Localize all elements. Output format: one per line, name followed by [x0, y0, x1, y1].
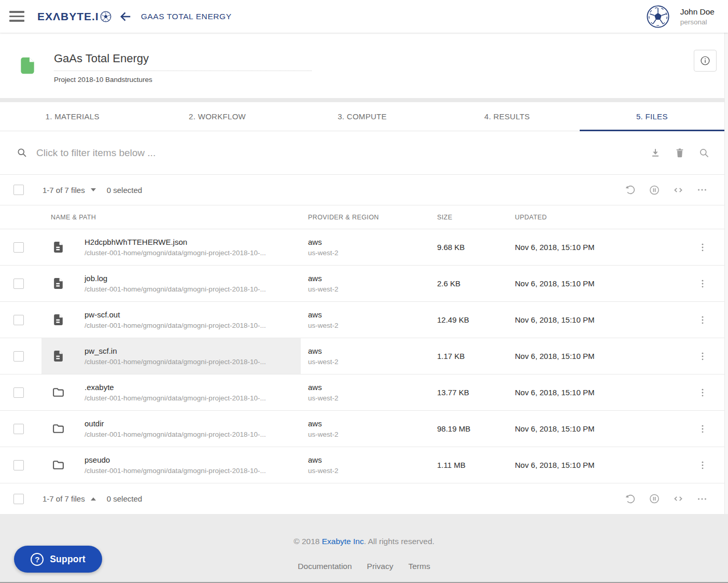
code-brackets-icon	[673, 184, 684, 196]
row-checkbox[interactable]	[13, 279, 24, 289]
row-checkbox[interactable]	[13, 460, 24, 470]
row-checkbox[interactable]	[13, 424, 24, 434]
filter-input[interactable]	[36, 147, 650, 159]
file-path: /cluster-001-home/gmogni/data/gmogni-pro…	[85, 249, 266, 257]
user-name: John Doe	[680, 7, 715, 17]
file-size: 2.6 KB	[430, 266, 508, 301]
scrollbar[interactable]	[724, 33, 728, 514]
divider	[0, 98, 724, 102]
tab-results[interactable]: 4. RESULTS	[435, 102, 579, 131]
more-button[interactable]	[696, 493, 708, 505]
search-icon	[17, 147, 27, 158]
support-button[interactable]: ? Support	[14, 546, 102, 573]
code-view-button[interactable]	[673, 184, 684, 196]
select-all-checkbox[interactable]	[13, 185, 24, 195]
pause-button[interactable]	[649, 493, 660, 505]
back-arrow-icon[interactable]	[119, 10, 132, 23]
tab-compute[interactable]: 3. COMPUTE	[290, 102, 435, 131]
pagination-range[interactable]: 1-7 of 7 files	[43, 186, 85, 195]
file-icon	[52, 313, 65, 326]
brand-logo[interactable]: EXΛBYTE.I	[37, 10, 111, 23]
file-name-cell[interactable]: outdir /cluster-001-home/gmogni/data/gmo…	[41, 411, 301, 447]
more-button[interactable]	[696, 184, 708, 196]
pause-button[interactable]	[649, 184, 660, 196]
job-title[interactable]: GaAs Total Energy	[54, 52, 312, 71]
file-icon	[52, 350, 65, 363]
chevron-down-icon[interactable]	[91, 188, 96, 191]
chevron-up-icon[interactable]	[91, 497, 96, 501]
file-name-cell[interactable]: pseudo /cluster-001-home/gmogni/data/gmo…	[41, 447, 301, 483]
table-row: pw-scf.out /cluster-001-home/gmogni/data…	[0, 302, 724, 338]
download-button[interactable]	[650, 147, 661, 159]
selection-toolbar-bottom: 1-7 of 7 files 0 selected	[0, 483, 724, 514]
row-menu-icon[interactable]	[697, 423, 708, 435]
link-documentation[interactable]: Documentation	[298, 562, 352, 571]
row-menu-icon[interactable]	[697, 314, 708, 326]
avatar[interactable]	[646, 5, 670, 29]
file-updated: Nov 6, 2018, 15:10 PM	[508, 447, 681, 483]
table-row: outdir /cluster-001-home/gmogni/data/gmo…	[0, 411, 724, 447]
page: EXΛBYTE.I GAAS TOTAL ENERGY	[0, 0, 728, 583]
file-name-cell[interactable]: .exabyte /cluster-001-home/gmogni/data/g…	[41, 374, 301, 410]
region: us-west-2	[308, 285, 339, 293]
refresh-button[interactable]	[625, 184, 636, 196]
file-name-cell[interactable]: pw_scf.in /cluster-001-home/gmogni/data/…	[41, 338, 301, 374]
pause-circle-icon	[649, 493, 660, 505]
info-button[interactable]	[694, 50, 717, 72]
selection-toolbar-top: 1-7 of 7 files 0 selected	[0, 175, 724, 205]
file-updated: Nov 6, 2018, 15:10 PM	[508, 411, 681, 447]
filter-bar	[0, 131, 724, 175]
user-menu[interactable]: John Doe personal	[646, 5, 715, 29]
search-icon	[698, 147, 710, 159]
row-checkbox[interactable]	[13, 242, 24, 253]
row-menu-icon[interactable]	[697, 241, 708, 254]
file-name-cell[interactable]: H2dcpbhWhTTEHERWE.json /cluster-001-home…	[41, 229, 301, 265]
table-row: pw_scf.in /cluster-001-home/gmogni/data/…	[0, 338, 724, 374]
file-size: 98.19 MB	[430, 411, 508, 447]
job-file-icon	[18, 52, 37, 79]
undo-icon	[625, 493, 636, 505]
company-link[interactable]: Exabyte Inc	[322, 537, 364, 546]
row-menu-icon[interactable]	[697, 459, 708, 471]
search-button[interactable]	[698, 147, 710, 159]
row-checkbox[interactable]	[13, 351, 24, 362]
file-icon	[52, 277, 65, 290]
row-checkbox[interactable]	[13, 315, 24, 325]
provider: aws	[308, 419, 339, 428]
delete-button[interactable]	[674, 147, 685, 159]
provider: aws	[308, 274, 339, 283]
file-path: /cluster-001-home/gmogni/data/gmogni-pro…	[85, 322, 266, 329]
tab-files[interactable]: 5. FILES	[580, 102, 724, 131]
file-name: pseudo	[85, 455, 266, 464]
table-row: job.log /cluster-001-home/gmogni/data/gm…	[0, 266, 724, 302]
select-all-checkbox[interactable]	[13, 494, 24, 504]
row-menu-icon[interactable]	[697, 277, 708, 290]
file-name-cell[interactable]: job.log /cluster-001-home/gmogni/data/gm…	[41, 266, 301, 301]
trash-icon	[674, 147, 685, 159]
column-header-updated: UPDATED	[508, 214, 681, 221]
refresh-button[interactable]	[625, 493, 636, 505]
pagination-range[interactable]: 1-7 of 7 files	[43, 494, 85, 503]
region: us-west-2	[308, 249, 339, 257]
region: us-west-2	[308, 467, 339, 475]
undo-icon	[625, 184, 636, 196]
code-view-button[interactable]	[673, 493, 684, 505]
provider: aws	[308, 383, 339, 392]
folder-icon	[52, 422, 65, 435]
file-name: pw_scf.in	[85, 346, 266, 355]
row-checkbox[interactable]	[13, 387, 24, 398]
tab-materials[interactable]: 1. MATERIALS	[0, 102, 145, 131]
link-terms[interactable]: Terms	[408, 562, 430, 571]
row-menu-icon[interactable]	[697, 350, 708, 363]
tab-workflow[interactable]: 2. WORKFLOW	[145, 102, 289, 131]
menu-icon[interactable]	[9, 11, 24, 22]
selected-count: 0 selected	[107, 186, 142, 195]
row-menu-icon[interactable]	[697, 386, 708, 399]
file-name-cell[interactable]: pw-scf.out /cluster-001-home/gmogni/data…	[41, 302, 301, 338]
link-privacy[interactable]: Privacy	[367, 562, 394, 571]
provider: aws	[308, 346, 339, 355]
file-name: job.log	[85, 274, 266, 283]
folder-icon	[52, 459, 65, 471]
file-path: /cluster-001-home/gmogni/data/gmogni-pro…	[85, 358, 266, 366]
file-size: 12.49 KB	[430, 302, 508, 338]
